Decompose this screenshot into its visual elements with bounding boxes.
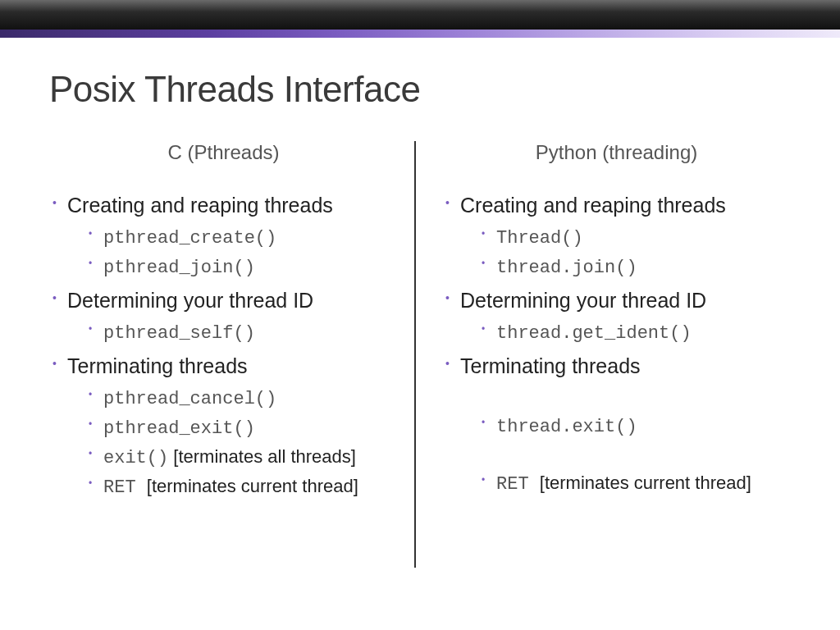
code-text: pthread_create() [103, 228, 276, 249]
code-text: exit() [103, 448, 168, 468]
note-text: [terminates current thread] [147, 476, 358, 496]
list-item: pthread_cancel() [89, 384, 398, 413]
list-item: thread.get_ident() [482, 318, 791, 348]
list-item: pthread_self() [89, 318, 398, 348]
right-sec-0-title: Creating and reaping threads [460, 194, 726, 217]
right-column: Python (threading) Creating and reaping … [416, 141, 791, 600]
right-sec-2-items: . thread.exit() . RET [terminates curren… [460, 384, 791, 499]
left-sec-0-title: Creating and reaping threads [67, 194, 333, 217]
right-outline: Creating and reaping threads Thread() th… [442, 192, 791, 499]
code-text: Thread() [496, 228, 583, 249]
two-column-layout: C (Pthreads) Creating and reaping thread… [49, 141, 791, 600]
right-sec-1: Determining your thread ID thread.get_id… [445, 287, 791, 348]
slide-title: Posix Threads Interface [49, 69, 791, 110]
left-sec-0-items: pthread_create() pthread_join() [67, 223, 398, 282]
right-sec-2-title: Terminating threads [460, 354, 641, 377]
left-sec-1-title: Determining your thread ID [67, 289, 313, 312]
slide-body: Posix Threads Interface C (Pthreads) Cre… [0, 38, 840, 630]
list-item: exit() [terminates all threads] [89, 443, 398, 472]
code-text: pthread_cancel() [103, 389, 276, 409]
code-text: thread.get_ident() [496, 323, 692, 344]
list-item: Thread() [482, 223, 791, 253]
code-text: pthread_join() [103, 258, 255, 278]
list-item: RET [terminates current thread] [89, 472, 398, 502]
code-text: pthread_exit() [103, 418, 255, 439]
left-sec-2: Terminating threads pthread_cancel() pth… [52, 353, 398, 502]
left-sec-1: Determining your thread ID pthread_self(… [52, 287, 398, 348]
left-column: C (Pthreads) Creating and reaping thread… [49, 141, 414, 600]
note-text: [terminates current thread] [540, 472, 751, 493]
list-item: pthread_join() [89, 253, 398, 282]
list-item: thread.join() [482, 253, 791, 282]
right-heading: Python (threading) [442, 141, 791, 164]
right-sec-1-title: Determining your thread ID [460, 289, 706, 312]
code-text: RET [103, 477, 147, 498]
slide-top-gradient [0, 0, 840, 30]
list-item: thread.exit() [482, 412, 791, 441]
list-item: RET [terminates current thread] [482, 469, 791, 499]
left-sec-1-items: pthread_self() [67, 318, 398, 348]
left-sec-2-items: pthread_cancel() pthread_exit() exit() [… [67, 384, 398, 502]
right-sec-1-items: thread.get_ident() [460, 318, 791, 348]
right-sec-0-items: Thread() thread.join() [460, 223, 791, 282]
code-text: pthread_self() [103, 323, 255, 344]
left-sec-2-title: Terminating threads [67, 354, 248, 377]
list-item: pthread_exit() [89, 413, 398, 443]
note-text: [terminates all threads] [168, 446, 356, 467]
left-heading: C (Pthreads) [49, 141, 398, 164]
right-sec-2: Terminating threads . thread.exit() . RE… [445, 353, 791, 499]
code-text: thread.join() [496, 258, 637, 278]
left-outline: Creating and reaping threads pthread_cre… [49, 192, 398, 502]
left-sec-0: Creating and reaping threads pthread_cre… [52, 192, 398, 282]
slide-purple-ribbon [0, 30, 840, 38]
code-text: RET [496, 474, 540, 495]
right-sec-0: Creating and reaping threads Thread() th… [445, 192, 791, 282]
code-text: thread.exit() [496, 417, 637, 437]
list-item: pthread_create() [89, 223, 398, 253]
